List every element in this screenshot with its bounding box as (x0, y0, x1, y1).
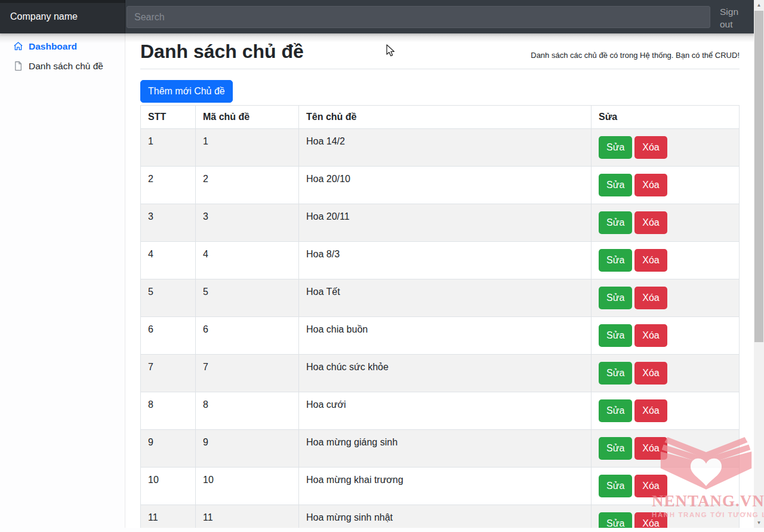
edit-button[interactable]: Sửa (599, 437, 632, 460)
sidebar-item-label: Dashboard (29, 40, 77, 53)
delete-button[interactable]: Xóa (634, 399, 667, 422)
cell-stt: 5 (141, 279, 196, 317)
cell-code: 10 (196, 468, 299, 505)
topics-table: STT Mã chủ đề Tên chủ đề Sửa 11Hoa 14/2S… (140, 105, 740, 528)
table-row: 77Hoa chúc sức khỏeSửaXóa (141, 355, 740, 392)
cell-actions: SửaXóa (592, 279, 740, 317)
table-row: 11Hoa 14/2SửaXóa (141, 129, 740, 167)
table-body: 11Hoa 14/2SửaXóa22Hoa 20/10SửaXóa33Hoa 2… (141, 129, 740, 528)
cell-actions: SửaXóa (592, 242, 740, 279)
page-subtitle: Danh sách các chủ đề có trong Hệ thống. … (531, 51, 740, 63)
delete-button[interactable]: Xóa (634, 437, 667, 460)
table-row: 88Hoa cướiSửaXóa (141, 392, 740, 430)
sidebar-item-label: Danh sách chủ đề (29, 60, 103, 72)
sidebar-nav: Dashboard Danh sách chủ đề (0, 33, 125, 76)
cell-stt: 8 (141, 392, 196, 430)
edit-button[interactable]: Sửa (599, 287, 632, 309)
app-window: Company name Sign out Dashboard (0, 0, 764, 532)
scroll-up-icon[interactable]: ▲ (754, 0, 764, 10)
edit-button[interactable]: Sửa (599, 399, 632, 422)
cell-stt: 11 (141, 505, 196, 528)
cell-name: Hoa 8/3 (299, 242, 592, 279)
cell-actions: SửaXóa (592, 468, 740, 505)
cell-stt: 3 (141, 204, 196, 242)
cell-name: Hoa mừng khai trương (299, 468, 592, 505)
sign-out-link[interactable]: Sign out (720, 5, 747, 30)
delete-button[interactable]: Xóa (634, 287, 667, 309)
page-title: Danh sách chủ đề (140, 39, 304, 63)
table-row: 44Hoa 8/3SửaXóa (141, 242, 740, 279)
sidebar: Dashboard Danh sách chủ đề (0, 33, 125, 528)
cell-name: Hoa Tết (299, 279, 592, 317)
home-icon (13, 41, 23, 51)
cell-actions: SửaXóa (592, 317, 740, 355)
column-header-name: Tên chủ đề (299, 106, 592, 129)
table-row: 1111Hoa mừng sinh nhậtSửaXóa (141, 505, 740, 528)
brand[interactable]: Company name (0, 0, 125, 33)
cell-stt: 4 (141, 242, 196, 279)
main-content: Danh sách chủ đề Danh sách các chủ đề có… (125, 33, 754, 528)
cell-stt: 7 (141, 355, 196, 392)
cell-actions: SửaXóa (592, 505, 740, 528)
sidebar-item-dashboard[interactable]: Dashboard (0, 36, 125, 56)
column-header-code: Mã chủ đề (196, 106, 299, 129)
delete-button[interactable]: Xóa (634, 362, 667, 385)
delete-button[interactable]: Xóa (634, 136, 667, 159)
edit-button[interactable]: Sửa (599, 174, 632, 196)
table-row: 1010Hoa mừng khai trươngSửaXóa (141, 468, 740, 505)
cell-actions: SửaXóa (592, 204, 740, 242)
cell-name: Hoa mừng giáng sinh (299, 430, 592, 468)
table-row: 22Hoa 20/10SửaXóa (141, 167, 740, 204)
delete-button[interactable]: Xóa (634, 475, 667, 497)
cell-code: 11 (196, 505, 299, 528)
top-navbar: Company name Sign out (0, 0, 754, 33)
cell-name: Hoa chúc sức khỏe (299, 355, 592, 392)
cell-code: 7 (196, 355, 299, 392)
table-row: 33Hoa 20/11SửaXóa (141, 204, 740, 242)
cell-code: 1 (196, 129, 299, 167)
cell-name: Hoa cưới (299, 392, 592, 430)
edit-button[interactable]: Sửa (599, 249, 632, 272)
column-header-actions: Sửa (592, 106, 740, 129)
vertical-scrollbar[interactable]: ▲ ▼ (754, 0, 764, 528)
add-topic-button[interactable]: Thêm mới Chủ đề (140, 80, 233, 103)
cell-actions: SửaXóa (592, 167, 740, 204)
edit-button[interactable]: Sửa (599, 211, 632, 234)
cell-name: Hoa chia buồn (299, 317, 592, 355)
scrollbar-thumb[interactable] (754, 11, 763, 342)
search-input[interactable] (127, 6, 710, 28)
edit-button[interactable]: Sửa (599, 475, 632, 497)
sidebar-item-topics[interactable]: Danh sách chủ đề (0, 56, 125, 76)
delete-button[interactable]: Xóa (634, 324, 667, 347)
window-bottom-edge (0, 528, 764, 532)
cell-code: 5 (196, 279, 299, 317)
cell-code: 9 (196, 430, 299, 468)
table-row: 55Hoa TếtSửaXóa (141, 279, 740, 317)
edit-button[interactable]: Sửa (599, 136, 632, 159)
edit-button[interactable]: Sửa (599, 324, 632, 347)
cell-name: Hoa mừng sinh nhật (299, 505, 592, 528)
cell-stt: 1 (141, 129, 196, 167)
cell-actions: SửaXóa (592, 355, 740, 392)
table-header-row: STT Mã chủ đề Tên chủ đề Sửa (141, 106, 740, 129)
cell-stt: 9 (141, 430, 196, 468)
cell-stt: 6 (141, 317, 196, 355)
cell-name: Hoa 14/2 (299, 129, 592, 167)
cell-code: 2 (196, 167, 299, 204)
cell-code: 3 (196, 204, 299, 242)
edit-button[interactable]: Sửa (599, 362, 632, 385)
cell-name: Hoa 20/11 (299, 204, 592, 242)
table-row: 99Hoa mừng giáng sinhSửaXóa (141, 430, 740, 468)
delete-button[interactable]: Xóa (634, 174, 667, 196)
cell-code: 6 (196, 317, 299, 355)
delete-button[interactable]: Xóa (634, 512, 667, 528)
column-header-stt: STT (141, 106, 196, 129)
delete-button[interactable]: Xóa (634, 249, 667, 272)
delete-button[interactable]: Xóa (634, 211, 667, 234)
cell-name: Hoa 20/10 (299, 167, 592, 204)
edit-button[interactable]: Sửa (599, 512, 632, 528)
cell-stt: 2 (141, 167, 196, 204)
cell-code: 4 (196, 242, 299, 279)
scroll-down-icon[interactable]: ▼ (754, 518, 764, 528)
table-row: 66Hoa chia buồnSửaXóa (141, 317, 740, 355)
